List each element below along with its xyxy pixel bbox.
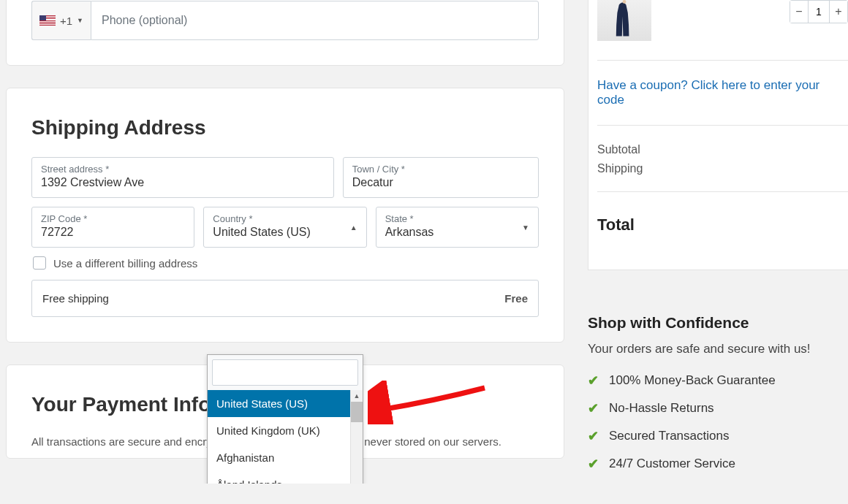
benefit-row: ✔ 24/7 Customer Service [588,456,848,472]
benefit-label: 24/7 Customer Service [609,457,735,471]
country-option[interactable]: United States (US) [208,390,363,417]
zip-input[interactable] [41,226,185,239]
dropdown-scrollbar[interactable]: ▲ ▼ [350,390,363,484]
check-icon: ✔ [588,400,599,416]
country-option[interactable]: Afghanistan [208,444,363,471]
caret-down-icon: ▼ [522,224,529,232]
shipping-heading: Shipping Address [31,116,539,140]
country-dropdown: United States (US) United Kingdom (UK) A… [207,354,363,484]
zip-field[interactable]: ZIP Code * [31,207,194,248]
total-label: Total [597,215,635,234]
shipping-method[interactable]: Free shipping Free [31,280,539,317]
country-option[interactable]: United Kingdom (UK) [208,417,363,444]
caret-up-icon: ▲ [350,224,357,232]
benefit-row: ✔ 100% Money-Back Guarantee [588,373,848,389]
benefit-row: ✔ Secured Transactions [588,428,848,444]
state-label: State * [385,213,529,224]
country-value: United States (US) [213,226,310,238]
caret-down-icon: ▼ [77,17,83,24]
us-flag-icon [39,15,56,26]
benefit-row: ✔ No-Hassle Returns [588,400,848,416]
country-option-list: United States (US) United Kingdom (UK) A… [208,390,363,484]
shipping-method-label: Free shipping [42,292,109,305]
state-value: Arkansas [385,226,434,238]
country-search-input[interactable] [212,359,358,386]
city-input[interactable] [352,176,529,189]
benefit-label: 100% Money-Back Guarantee [609,373,776,388]
contact-card: +1 ▼ [6,0,564,66]
shipping-method-price: Free [504,292,528,305]
check-icon: ✔ [588,456,599,472]
subtotal-label: Subtotal [597,143,640,156]
zip-label: ZIP Code * [41,213,185,224]
qty-increase-button[interactable]: + [830,1,847,23]
shipping-total-label: Shipping [597,162,643,175]
city-label: Town / City * [352,164,529,175]
totals: Subtotal Shipping Total [597,126,848,237]
country-label: Country * [213,213,357,224]
coupon-toggle[interactable]: Have a coupon? Click here to enter your … [597,61,848,126]
cart-item: − + [597,0,848,61]
confidence-heading: Shop with Confidence [588,314,848,332]
country-search-wrap [208,355,363,390]
check-icon: ✔ [588,428,599,444]
qty-input[interactable] [808,1,830,23]
city-field[interactable]: Town / City * [343,157,539,198]
state-field[interactable]: State * Arkansas ▼ [376,207,539,248]
street-label: Street address * [41,164,325,175]
phone-country-selector[interactable]: +1 ▼ [31,1,91,40]
benefit-label: No-Hassle Returns [609,401,714,416]
scroll-thumb[interactable] [351,402,363,422]
checkbox-icon[interactable] [33,256,46,270]
qty-decrease-button[interactable]: − [790,1,808,23]
check-icon: ✔ [588,373,599,389]
order-summary-card: − + Have a coupon? Click here to enter y… [588,0,848,270]
product-thumbnail [597,0,651,41]
phone-input[interactable] [91,1,539,40]
confidence-section: Shop with Confidence Your orders are saf… [588,314,848,472]
confidence-sub: Your orders are safe and secure with us! [588,342,848,356]
scroll-up-icon[interactable]: ▲ [351,390,363,402]
country-option[interactable]: Åland Islands [208,471,363,484]
street-input[interactable] [41,176,325,189]
dial-code: +1 [60,15,72,27]
benefit-label: Secured Transactions [609,429,729,443]
svg-point-0 [623,0,626,4]
quantity-stepper[interactable]: − + [790,0,848,23]
shipping-card: Shipping Address Street address * Town /… [6,88,564,343]
country-field[interactable]: Country * United States (US) ▲ [203,207,366,248]
diff-billing-label: Use a different billing address [53,257,197,270]
diff-billing-row[interactable]: Use a different billing address [33,256,539,270]
street-field[interactable]: Street address * [31,157,334,198]
